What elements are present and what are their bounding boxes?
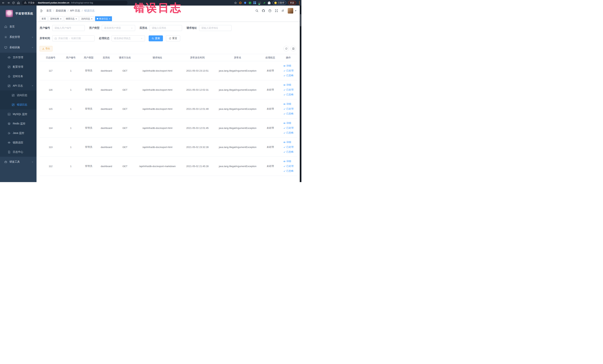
sidebar-item-infra[interactable]: 基础设施 (0, 42, 36, 53)
sidebar-item-error-log[interactable]: 错误日志 (0, 100, 36, 109)
sidebar-item-job[interactable]: 定时任务 (0, 71, 36, 81)
sidebar-item-dev-tools[interactable]: 研发工具 (0, 157, 36, 167)
sidebar-item-file[interactable]: 文件管理 (0, 53, 36, 62)
breadcrumb-current: 错误日志 (84, 9, 94, 12)
paused-badge[interactable]: 已暂停 (272, 1, 286, 5)
extension-shield-icon[interactable] (244, 1, 246, 4)
sidebar-item-system[interactable]: 系统管理 (0, 32, 36, 42)
sidebar-item-log-center[interactable]: 日志中心 (0, 147, 36, 157)
update-button[interactable]: 更新 (288, 1, 296, 5)
action-已忽略[interactable]: 已忽略 (283, 169, 294, 173)
user-type-select[interactable]: 请选择用户类型 (102, 25, 135, 31)
sidebar-item-redis[interactable]: Redis 监控 (0, 119, 36, 128)
extension-green-check-icon[interactable]: ✓ (248, 1, 251, 4)
user-avatar[interactable] (288, 8, 293, 13)
tag-close-icon[interactable]: × (109, 18, 110, 20)
action-已处理[interactable]: 已处理 (283, 164, 294, 169)
chevron-up-icon (32, 47, 34, 48)
chevron-down-icon (131, 27, 133, 29)
bookmark-star-icon[interactable] (234, 1, 237, 4)
tag-定时任务[interactable]: 定时任务× (48, 16, 63, 21)
action-详细[interactable]: 详细 (283, 82, 294, 87)
tag-close-icon[interactable]: × (91, 18, 93, 20)
breadcrumb-item[interactable]: 基础设施 (56, 9, 66, 12)
extension-orange-ring-icon[interactable] (239, 1, 242, 4)
sidebar-item-trace[interactable]: 链路追踪 (0, 138, 36, 147)
browser-menu-icon[interactable]: ⋮⋮ (298, 1, 300, 5)
cell-url: /api/infra/db-doc/export-html (134, 61, 181, 80)
tag-首页[interactable]: 首页 (40, 16, 48, 21)
cell-actions: 详细已处理已忽略 (279, 157, 297, 176)
exception-time-range-input[interactable]: 开始日期 - 结束日期 (52, 35, 94, 41)
fullscreen-icon[interactable] (275, 9, 278, 12)
action-详细[interactable]: 详细 (283, 159, 294, 164)
request-url-input[interactable]: 请输入请求地址 (199, 25, 232, 31)
request-url-label: 请求地址 (186, 26, 197, 30)
app-logo-row[interactable]: 芋道管理系统 (0, 6, 36, 22)
sidebar-item-config[interactable]: 配置管理 (0, 62, 36, 71)
tag-错误日志[interactable]: 错误日志× (95, 16, 112, 21)
tag-close-icon[interactable]: × (76, 18, 77, 20)
cell-method: GET (116, 118, 134, 138)
action-已处理[interactable]: 已处理 (283, 87, 294, 92)
action-详细[interactable]: 详细 (283, 140, 294, 145)
browser-scrollbar[interactable] (300, 6, 302, 182)
process-status-select[interactable]: 请选择处理状态 (112, 35, 145, 41)
sidebar-item-java[interactable]: Java 监控 (0, 128, 36, 138)
tag-调度日志[interactable]: 调度日志× (64, 16, 79, 21)
emoji-icon (274, 2, 277, 4)
avatar-caret-down-icon[interactable] (295, 10, 296, 11)
extension-grid-icon[interactable] (253, 1, 256, 4)
scrollbar-thumb[interactable] (300, 14, 301, 26)
back-icon[interactable] (2, 1, 5, 4)
column-settings-button[interactable] (290, 46, 296, 51)
action-详细[interactable]: 详细 (283, 102, 294, 106)
tag-close-icon[interactable]: × (60, 18, 61, 20)
app-name-input[interactable]: 请输入应用名 (150, 25, 182, 31)
sidebar-item-home[interactable]: 首页 (0, 22, 36, 32)
sidebar-item-api-log[interactable]: API 日志 (0, 81, 36, 91)
extension-leaf-icon[interactable] (263, 1, 266, 4)
action-已忽略[interactable]: 已忽略 (283, 150, 294, 154)
cell-user_id: 1 (61, 99, 80, 118)
action-已处理[interactable]: 已处理 (283, 145, 294, 150)
address-bar[interactable]: 不安全 dashboard.yudao.iocoder.cn/infra/log… (22, 1, 128, 5)
reload-icon[interactable] (12, 1, 15, 4)
action-已忽略[interactable]: 已忽略 (283, 92, 294, 97)
github-icon[interactable] (262, 9, 265, 12)
cell-exception: java.lang.IllegalArgumentException (214, 138, 261, 157)
extension-on-badge-icon[interactable]: on (258, 1, 261, 4)
breadcrumb-item[interactable]: API 日志 (70, 9, 80, 12)
action-已处理[interactable]: 已处理 (283, 106, 294, 111)
hamburger-icon[interactable] (40, 9, 43, 13)
action-已忽略[interactable]: 已忽略 (283, 130, 294, 135)
action-详细[interactable]: 详细 (283, 121, 294, 126)
cell-method: GET (116, 138, 134, 157)
extension-puzzle-icon[interactable] (268, 1, 271, 4)
action-已处理[interactable]: 已处理 (283, 68, 294, 73)
export-button[interactable]: 导出 (40, 46, 52, 51)
ignored-check-icon (283, 151, 286, 153)
search-icon[interactable] (255, 9, 259, 12)
gear-icon (4, 35, 7, 39)
cell-url: /api/infra/db-doc/export-html (134, 118, 181, 138)
action-已忽略[interactable]: 已忽略 (283, 111, 294, 116)
refresh-button[interactable] (283, 46, 289, 51)
forward-icon[interactable] (7, 1, 10, 4)
reset-button[interactable]: 重置 (166, 35, 180, 41)
font-size-icon[interactable] (281, 9, 285, 12)
help-icon[interactable] (268, 9, 272, 12)
tag-访问日志[interactable]: 访问日志× (80, 16, 94, 21)
action-已忽略[interactable]: 已忽略 (283, 73, 294, 78)
action-详细[interactable]: 详细 (283, 63, 294, 68)
home-icon[interactable] (17, 1, 20, 4)
action-已处理[interactable]: 已处理 (283, 126, 294, 130)
breadcrumb-item[interactable]: 首页 (46, 9, 52, 12)
sidebar-item-mysql[interactable]: MySQL 监控 (0, 109, 36, 119)
table-header-row: 日志编号用户编号用户类型应用名请求方法名请求地址异常发生时间异常名处理状态操作 (40, 54, 297, 61)
cell-actions: 详细已处理已忽略 (279, 80, 297, 99)
sidebar-item-access-log[interactable]: 访问日志 (0, 91, 36, 100)
search-button[interactable]: 搜索 (149, 35, 163, 41)
calendar-icon (55, 37, 57, 40)
user-id-input[interactable]: 请输入用户编号 (52, 25, 85, 31)
